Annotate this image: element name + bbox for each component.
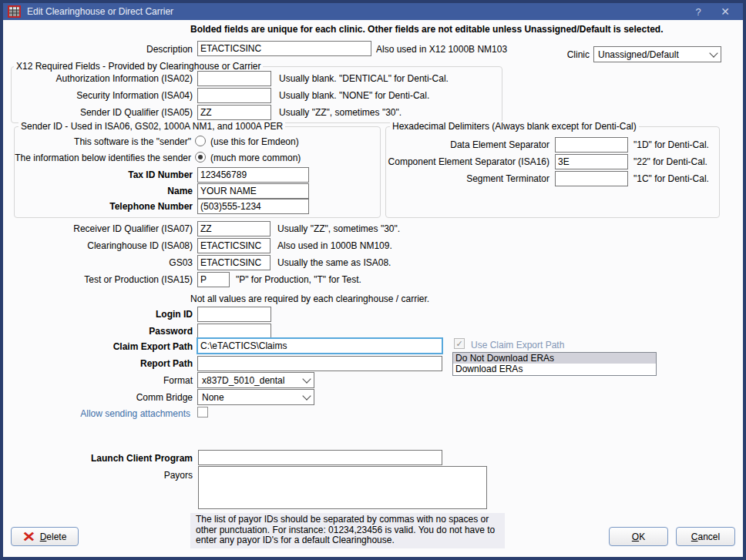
login-id-input[interactable] (197, 307, 271, 322)
report-path-label: Report Path (140, 358, 193, 369)
authorization-isa02-input[interactable] (197, 71, 271, 86)
component-separator-isa16-input[interactable] (555, 154, 628, 169)
radio-info-identifies-label: The information below identifies the sen… (15, 153, 191, 163)
comm-bridge-selected-value: None (202, 392, 224, 403)
isa02-note: Usually blank. "DENTICAL" for Denti-Cal. (279, 73, 449, 84)
format-label: Format (163, 375, 193, 386)
password-input[interactable] (197, 324, 271, 339)
telephone-label: Telephone Number (109, 201, 193, 212)
clinic-label: Clinic (567, 49, 590, 60)
clearinghouse-id-isa08-input[interactable] (197, 238, 271, 253)
list-item-download-eras[interactable]: Download ERAs (453, 364, 656, 374)
password-label: Password (149, 326, 193, 337)
isa05-label: Sender ID Qualifier (ISA05) (80, 107, 193, 118)
report-path-input[interactable] (197, 356, 442, 371)
comm-bridge-select[interactable]: None (197, 389, 314, 405)
gs03-label: GS03 (169, 257, 193, 268)
list-item-do-not-download-eras[interactable]: Do Not Download ERAs (453, 353, 656, 364)
sender-name-label: Name (167, 186, 193, 196)
allow-attachments-label: Allow sending attachments (80, 408, 190, 419)
isa08-note: Also used in 1000B NM109. (277, 240, 392, 251)
description-input[interactable] (197, 41, 371, 56)
ok-button[interactable]: OK (609, 527, 668, 546)
payors-label: Payors (164, 470, 193, 481)
isa05-note: Usually "ZZ", sometimes "30". (279, 107, 402, 118)
component-separator-label: Component Element Separator (ISA16) (388, 156, 549, 167)
isa08-label: Clearinghouse ID (ISA08) (87, 240, 193, 251)
launch-client-program-input[interactable] (198, 450, 442, 465)
isa07-label: Receiver ID Qualifier (ISA07) (73, 223, 193, 234)
radio-info-identifies-sender[interactable] (195, 152, 206, 163)
radio-software-sender-note: (use this for Emdeon) (210, 136, 299, 147)
radio-info-identifies-note: (much more common) (210, 153, 301, 163)
security-isa04-input[interactable] (197, 88, 271, 103)
chevron-down-icon (302, 391, 311, 400)
claim-export-path-input[interactable] (197, 337, 443, 354)
receiver-id-qualifier-isa07-input[interactable] (197, 221, 271, 236)
tax-id-label: Tax ID Number (128, 169, 193, 180)
delete-button-label: Delete (40, 531, 67, 542)
cancel-button-label: Cancel (691, 531, 720, 542)
clinic-selected-value: Unassigned/Default (598, 49, 679, 60)
data-element-separator-note: "1D" for Denti-Cal. (633, 139, 709, 150)
allow-attachments-checkbox[interactable] (197, 407, 208, 417)
chevron-down-icon (709, 49, 717, 57)
format-selected-value: x837D_5010_dental (202, 375, 284, 386)
clinic-select[interactable]: Unassigned/Default (593, 46, 721, 62)
sender-name-input[interactable] (197, 183, 309, 199)
login-id-label: Login ID (156, 309, 193, 320)
launch-client-program-label: Launch Client Program (91, 453, 193, 464)
window-title: Edit Clearinghouse or Direct Carrier (27, 6, 173, 17)
window-border-right (743, 0, 746, 560)
isa07-note: Usually "ZZ", sometimes "30". (277, 223, 400, 234)
description-note: Also used in X12 1000B NM103 (376, 44, 507, 55)
component-separator-note: "22" for Denti-Cal. (633, 156, 707, 167)
segment-terminator-input[interactable] (555, 171, 628, 186)
x12-group-title: X12 Required Fields - Provided by Cleari… (14, 61, 263, 72)
sender-id-qualifier-isa05-input[interactable] (197, 105, 271, 120)
telephone-input[interactable] (197, 199, 309, 214)
title-bar: Edit Clearinghouse or Direct Carrier ? ✕ (3, 3, 743, 20)
isa04-label: Security Information (ISA04) (76, 90, 193, 101)
cancel-button[interactable]: Cancel (676, 527, 735, 546)
isa15-note: "P" for Production, "T" for Test. (236, 274, 361, 285)
close-button[interactable]: ✕ (714, 3, 737, 20)
sender-group-title: Sender ID - Used in ISA06, GS02, 1000A N… (18, 121, 285, 132)
payor-ids-note: The list of payor IDs should be separate… (190, 513, 505, 548)
gs03-note: Usually the same as ISA08. (277, 257, 391, 268)
app-grid-icon (8, 5, 21, 18)
era-download-listbox: Do Not Download ERAs Download ERAs (452, 352, 657, 376)
chevron-down-icon (302, 374, 311, 383)
use-claim-export-label: Use Claim Export Path (471, 340, 564, 350)
ok-button-label: OK (632, 531, 645, 542)
data-element-separator-input[interactable] (555, 137, 628, 153)
window-border-left (0, 0, 3, 560)
window-border-bottom (0, 557, 746, 560)
claim-export-path-label: Claim Export Path (113, 341, 193, 352)
format-select[interactable]: x837D_5010_dental (197, 372, 314, 388)
tax-id-input[interactable] (197, 167, 309, 183)
segment-terminator-note: "1C" for Denti-Cal. (633, 173, 709, 184)
delete-button[interactable]: ✕ Delete (11, 527, 79, 546)
description-label: Description (146, 44, 193, 55)
header-note: Bolded fields are unique for each clinic… (190, 24, 664, 35)
data-element-separator-label: Data Element Separator (450, 139, 549, 150)
test-production-isa15-input[interactable] (197, 272, 230, 287)
use-claim-export-checkbox[interactable]: ✓ (454, 338, 465, 349)
comm-bridge-label: Comm Bridge (136, 392, 193, 403)
isa15-label: Test or Production (ISA15) (84, 274, 193, 285)
segment-terminator-label: Segment Terminator (466, 173, 549, 184)
edit-clearinghouse-dialog: Edit Clearinghouse or Direct Carrier ? ✕… (0, 0, 746, 560)
radio-software-sender-label: This software is the "sender" (74, 136, 191, 147)
payors-textarea[interactable] (198, 466, 487, 509)
delete-x-icon: ✕ (22, 530, 35, 544)
isa02-label: Authorization Information (ISA02) (56, 73, 193, 84)
gs03-input[interactable] (197, 255, 271, 270)
help-button[interactable]: ? (688, 3, 708, 20)
hex-group-title: Hexadecimal Delimiters (Always blank exc… (390, 121, 639, 132)
not-all-values-note: Not all values are required by each clea… (190, 293, 429, 304)
radio-software-sender[interactable] (195, 136, 206, 146)
isa04-note: Usually blank. "NONE" for Denti-Cal. (279, 90, 429, 101)
